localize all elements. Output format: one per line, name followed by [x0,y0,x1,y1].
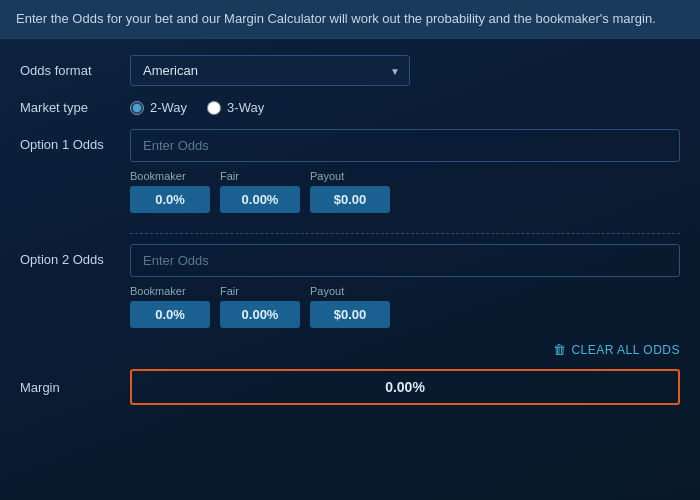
option2-fair-value: 0.00% [220,301,300,328]
clear-all-odds-label: CLEAR ALL ODDS [571,343,680,357]
option1-payout-box: Payout $0.00 [310,170,390,213]
market-type-row: Market type 2-Way 3-Way [20,100,680,115]
margin-row: Margin [20,369,680,405]
margin-value-input[interactable] [130,369,680,405]
clear-row: 🗑 CLEAR ALL ODDS [130,342,680,357]
option1-fair-value: 0.00% [220,186,300,213]
margin-label: Margin [20,380,130,395]
market-2way-radio[interactable] [130,101,144,115]
clear-wrapper: 🗑 CLEAR ALL ODDS [20,342,680,369]
market-3way-radio[interactable] [207,101,221,115]
option1-stats-row: Bookmaker 0.0% Fair 0.00% Payout $0.00 [130,170,680,213]
market-3way-option[interactable]: 3-Way [207,100,264,115]
option1-payout-label: Payout [310,170,344,182]
odds-format-dropdown-wrapper: American Decimal Fractional Hong Kong In… [130,55,410,86]
option1-row: Option 1 Odds Bookmaker 0.0% Fair 0.00% … [20,129,680,223]
odds-format-label: Odds format [20,63,130,78]
clear-all-odds-button[interactable]: 🗑 CLEAR ALL ODDS [553,342,680,357]
description-text: Enter the Odds for your bet and our Marg… [16,11,656,26]
option2-fair-box: Fair 0.00% [220,285,300,328]
option1-bookmaker-box: Bookmaker 0.0% [130,170,210,213]
margin-control [130,369,680,405]
option2-bookmaker-label: Bookmaker [130,285,186,297]
divider-wrapper [20,227,680,244]
option1-fair-box: Fair 0.00% [220,170,300,213]
market-2way-label: 2-Way [150,100,187,115]
option1-bookmaker-value: 0.0% [130,186,210,213]
option2-payout-label: Payout [310,285,344,297]
option2-payout-value: $0.00 [310,301,390,328]
option2-section: Bookmaker 0.0% Fair 0.00% Payout $0.00 [130,244,680,328]
option1-control: Bookmaker 0.0% Fair 0.00% Payout $0.00 [130,129,680,223]
option2-odds-input[interactable] [130,244,680,277]
option2-bookmaker-box: Bookmaker 0.0% [130,285,210,328]
trash-icon: 🗑 [553,342,567,357]
option2-fair-label: Fair [220,285,239,297]
option2-label: Option 2 Odds [20,244,130,267]
option1-payout-value: $0.00 [310,186,390,213]
market-3way-label: 3-Way [227,100,264,115]
option2-payout-box: Payout $0.00 [310,285,390,328]
option1-label: Option 1 Odds [20,129,130,152]
market-type-control: 2-Way 3-Way [130,100,680,115]
odds-format-control: American Decimal Fractional Hong Kong In… [130,55,680,86]
option1-section: Bookmaker 0.0% Fair 0.00% Payout $0.00 [130,129,680,213]
option2-bookmaker-value: 0.0% [130,301,210,328]
option1-bookmaker-label: Bookmaker [130,170,186,182]
section-divider [130,233,680,234]
option2-control: Bookmaker 0.0% Fair 0.00% Payout $0.00 [130,244,680,338]
market-type-label: Market type [20,100,130,115]
description-bar: Enter the Odds for your bet and our Marg… [0,0,700,39]
option2-stats-row: Bookmaker 0.0% Fair 0.00% Payout $0.00 [130,285,680,328]
option2-row: Option 2 Odds Bookmaker 0.0% Fair 0.00% … [20,244,680,338]
option1-odds-input[interactable] [130,129,680,162]
odds-format-select[interactable]: American Decimal Fractional Hong Kong In… [130,55,410,86]
option1-fair-label: Fair [220,170,239,182]
market-type-radio-group: 2-Way 3-Way [130,100,680,115]
market-2way-option[interactable]: 2-Way [130,100,187,115]
odds-format-row: Odds format American Decimal Fractional … [20,55,680,86]
